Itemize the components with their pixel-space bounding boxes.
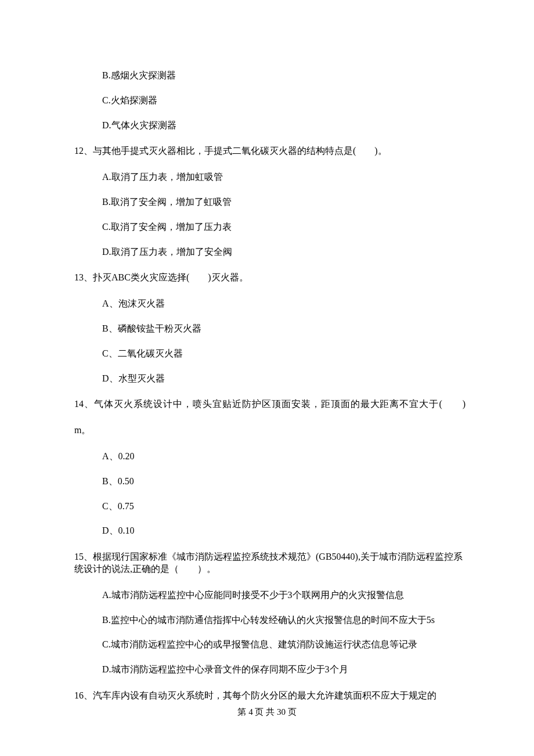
q12-option-c: C.取消了安全阀，增加了压力表: [74, 221, 466, 233]
page-footer: 第 4 页 共 30 页: [0, 707, 534, 718]
q12-option-d: D.取消了压力表，增加了安全阀: [74, 246, 466, 258]
q13-text: 13、扑灭ABC类火灾应选择( )灭火器。: [74, 272, 466, 284]
q14-text-line2: m。: [74, 424, 466, 437]
q15-option-d: D.城市消防远程监控中心录音文件的保存同期不应少于3个月: [74, 664, 466, 676]
q14-text-line1: 14、气体灭火系统设计中，喷头宜贴近防护区顶面安装，距顶面的最大距离不宜大于( …: [74, 398, 466, 411]
q16-text: 16、汽车库内设有自动灭火系统时，其每个防火分区的最大允许建筑面积不应大于规定的: [74, 690, 466, 702]
q12-text: 12、与其他手提式灭火器相比，手提式二氧化碳灭火器的结构特点是( )。: [74, 145, 466, 157]
q12-option-b: B.取消了安全阀，增加了虹吸管: [74, 196, 466, 208]
q11-option-d: D.气体火灾探测器: [74, 120, 466, 132]
q13-option-b: B、磷酸铵盐干粉灭火器: [74, 323, 466, 335]
q13-option-a: A、泡沫灭火器: [74, 298, 466, 310]
q14-option-c: C、0.75: [74, 501, 466, 513]
q12-option-a: A.取消了压力表，增加虹吸管: [74, 171, 466, 183]
q13-option-c: C、二氧化碳灭火器: [74, 348, 466, 360]
q15-option-a: A.城市消防远程监控中心应能同时接受不少于3个联网用户的火灾报警信息: [74, 589, 466, 602]
q14-option-b: B、0.50: [74, 476, 466, 488]
q14-option-d: D、0.10: [74, 525, 466, 537]
q14-option-a: A、0.20: [74, 451, 466, 463]
q15-text: 15、根据现行国家标准《城市消防远程监控系统技术规范》(GB50440),关于城…: [74, 551, 466, 575]
q11-option-c: C.火焰探测器: [74, 95, 466, 107]
q15-option-b: B.监控中心的城市消防通信指挥中心转发经确认的火灾报警信息的时间不应大于5s: [74, 614, 466, 627]
q11-option-b: B.感烟火灾探测器: [74, 70, 466, 82]
q15-option-c: C.城市消防远程监控中心的或早报警信息、建筑消防设施运行状态信息等记录: [74, 639, 466, 651]
q13-option-d: D、水型灭火器: [74, 373, 466, 385]
